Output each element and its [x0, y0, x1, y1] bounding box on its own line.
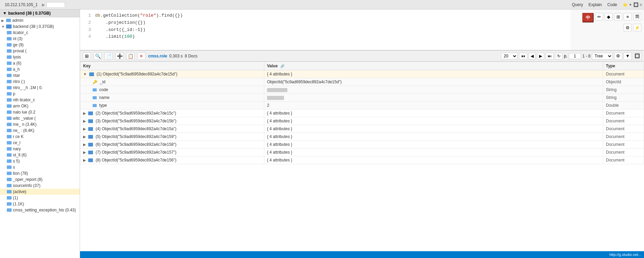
flash-icon-btn[interactable]: ⚡	[633, 24, 641, 31]
sidebar-item-2[interactable]: ge (9)	[0, 42, 80, 48]
status-text: http://g.studio.net...	[609, 253, 641, 257]
sidebar-item-10[interactable]: p	[0, 91, 80, 97]
query-line-2: 2 .projection({})	[84, 19, 566, 27]
db-tab[interactable]: backend	[46, 2, 65, 7]
grid-icon-btn[interactable]: ⊞	[614, 13, 622, 20]
query-tab[interactable]: Query	[569, 2, 586, 8]
expand-btn[interactable]: ▶	[83, 135, 86, 139]
query-editor[interactable]: 1 db.getCollection("role").find({}) 2 .p…	[80, 10, 570, 50]
view-icon-1[interactable]: ⊞	[83, 52, 91, 60]
sidebar-item-label: tion (78)	[13, 171, 28, 176]
run-button[interactable]: 中	[582, 13, 594, 22]
sidebar-item-15[interactable]: me_ n (3.4K)	[0, 121, 80, 127]
sidebar-item-18[interactable]: ce_l	[0, 140, 80, 146]
lang-icon-btn[interactable]: 简	[633, 13, 641, 20]
sidebar-item-label: nary	[13, 147, 21, 151]
sidebar-item-label: a_h	[13, 67, 20, 72]
row-key: ▶ (6) ObjectId("5c9ad6959dec892a4c7de158…	[80, 141, 264, 149]
sidebar-item-16[interactable]: ne_ : (8.4K)	[0, 127, 80, 134]
row-key-text: (5) ObjectId("5c9ad6959dec892a4c7de159")	[96, 134, 176, 139]
field-name: _id	[100, 80, 105, 84]
view-icon-3[interactable]: 📄	[105, 52, 113, 60]
expand-btn[interactable]: ▶	[83, 119, 86, 123]
collection-icon	[7, 153, 12, 157]
sidebar-item-25[interactable]: sourceInfo (37)	[0, 183, 80, 189]
table-row[interactable]: ▼ (1) ObjectId("5c9ad6959dec892a4c7de15d…	[80, 70, 644, 78]
sidebar-item-1[interactable]: nt (3)	[0, 36, 80, 42]
sidebar-item-17[interactable]: r ce K	[0, 134, 80, 140]
sidebar-item-13[interactable]: nalo lue (0.2	[0, 109, 80, 115]
expand-btn[interactable]: ▶	[83, 150, 86, 154]
expand-btn[interactable]: ▶	[83, 127, 86, 131]
prev-page-btn[interactable]: ◀	[529, 53, 536, 59]
sidebar-item-19[interactable]: nary	[0, 146, 80, 152]
row-key: ▼ (1) ObjectId("5c9ad6959dec892a4c7de15d…	[80, 70, 264, 78]
view-mode-select[interactable]: Tree Table JSON	[592, 53, 613, 59]
table-row[interactable]: ▶ (6) ObjectId("5c9ad6959dec892a4c7de158…	[80, 141, 644, 149]
expand-btn[interactable]: ▼	[83, 72, 87, 76]
expand-btn[interactable]: ▶	[83, 142, 86, 147]
table-row[interactable]: ▶ (2) ObjectId("5c9ad6959dec892a4c7de15c…	[80, 109, 644, 117]
sidebar-item-5[interactable]: a (6)	[0, 60, 80, 66]
next-page-btn[interactable]: ▶	[537, 53, 544, 59]
view-settings-icon[interactable]: ⚙	[614, 52, 622, 60]
sidebar-item-28[interactable]: (1.1K)	[0, 201, 80, 207]
sidebar-item-9[interactable]: ntro_ _h .1M | 0.	[0, 85, 80, 91]
sidebar-item-27[interactable]: (1)	[0, 195, 80, 201]
sidebar-item-8[interactable]: ntro (:)	[0, 79, 80, 85]
sidebar-item-20[interactable]: st_fi (6)	[0, 152, 80, 158]
explain-tab[interactable]: Explain	[586, 2, 604, 8]
export-icon[interactable]: 🔲	[633, 52, 641, 60]
edit-icon-btn[interactable]: ✏	[595, 13, 603, 20]
sidebar-item-22[interactable]: s	[0, 164, 80, 170]
query-text: db.getCollection("role").find({})	[95, 12, 183, 19]
collection-icon	[7, 190, 12, 193]
row-value: { 4 attributes }	[264, 149, 603, 156]
sidebar-item-active[interactable]: (active)	[0, 189, 80, 195]
blurred-value	[267, 88, 287, 92]
view-icon-4[interactable]: ➕	[115, 52, 124, 60]
expand-btn[interactable]: ▶	[83, 111, 86, 115]
sidebar-item-label: cmss_setting_exception_his (0.43)	[13, 208, 76, 212]
sidebar-item-3[interactable]: proval (	[0, 48, 80, 54]
table-row[interactable]: ▶ (4) ObjectId("5c9ad6959dec892a4c7de15a…	[80, 125, 644, 133]
sidebar-item-admin[interactable]: ▶ admin	[0, 17, 80, 23]
sidebar-item-23[interactable]: tion (78)	[0, 170, 80, 176]
sidebar-item-backend[interactable]: ▼ backend (38 | 0.37GB)	[0, 23, 80, 30]
table-row: 🔑 _id ObjectId("5c9ad6959dec892a4c7de15d…	[80, 78, 644, 86]
sidebar-item-6[interactable]: a_h	[0, 66, 80, 72]
sidebar-item-0[interactable]: licator_c	[0, 30, 80, 36]
view-toggle-icon[interactable]: ▼	[624, 52, 632, 60]
sidebar-item-7[interactable]: ntar	[0, 72, 80, 79]
sidebar-item-12[interactable]: arm OK)	[0, 103, 80, 109]
row-value: 2	[264, 102, 603, 109]
page-range: 1 - 8	[582, 54, 591, 58]
settings-icon-btn[interactable]: ⚙	[624, 24, 632, 31]
view-icon-5[interactable]: 📋	[126, 52, 135, 60]
table-row[interactable]: ▶ (8) ObjectId("5c9ad6959dec892a4c7de156…	[80, 156, 644, 164]
sidebar-item-29[interactable]: cmss_setting_exception_his (0.43)	[0, 207, 80, 213]
refresh-btn[interactable]: ↻	[555, 53, 563, 59]
sidebar-item-21[interactable]: s 5)	[0, 158, 80, 164]
sidebar-item-4[interactable]: lysis	[0, 54, 80, 60]
first-page-btn[interactable]: ⏮	[519, 53, 527, 59]
last-page-btn[interactable]: ⏭	[546, 53, 554, 59]
sidebar-item-14[interactable]: witc _value (	[0, 115, 80, 121]
sidebar-item-label: a (6)	[13, 61, 21, 66]
table-row[interactable]: ▶ (3) ObjectId("5c9ad6959dec892a4c7de15b…	[80, 117, 644, 125]
sidebar-item-11[interactable]: nth licator_c	[0, 97, 80, 103]
collection-icon	[6, 19, 11, 22]
sidebar-item-24[interactable]: _oper_report (8)	[0, 176, 80, 183]
shape-icon-btn[interactable]: ◆	[604, 13, 613, 20]
list-icon-btn[interactable]: ≡	[624, 13, 632, 20]
query-text: .sort({_id:-1})	[95, 27, 145, 34]
table-row[interactable]: ▶ (5) ObjectId("5c9ad6959dec892a4c7de159…	[80, 133, 644, 141]
code-tab[interactable]: Code	[604, 2, 620, 8]
line-number: 1	[84, 12, 91, 19]
table-row[interactable]: ▶ (7) ObjectId("5c9ad6959dec892a4c7de157…	[80, 149, 644, 156]
per-page-select[interactable]: 20 50 100	[501, 53, 518, 59]
view-icon-2[interactable]: 🔍	[94, 52, 102, 60]
view-icon-6[interactable]: ✕	[137, 52, 145, 60]
page-number-input[interactable]	[569, 53, 581, 59]
expand-btn[interactable]: ▶	[83, 158, 86, 162]
